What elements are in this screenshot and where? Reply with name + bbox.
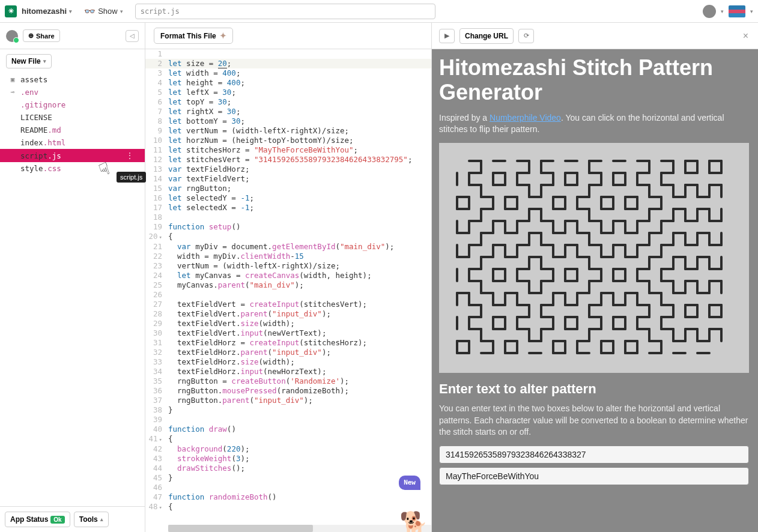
- code-line[interactable]: 7let rightX = 30;: [145, 107, 431, 116]
- code-line[interactable]: 35 rngButton = createButton('Randomize')…: [145, 376, 431, 386]
- code-line[interactable]: 40function draw(): [145, 425, 431, 434]
- preview-intro: Inspired by a Numberphile Video. You can…: [439, 112, 751, 136]
- format-file-button[interactable]: Format This File ✦: [154, 28, 233, 44]
- code-line[interactable]: 1: [145, 49, 431, 59]
- mascot-icon: 🐕: [399, 519, 428, 528]
- collapse-sidebar-button[interactable]: ◁: [126, 30, 139, 42]
- file-item[interactable]: style.css: [0, 162, 145, 175]
- vertical-pattern-input[interactable]: [439, 446, 749, 464]
- code-editor[interactable]: 12let size = 20;3let width = 400;4let he…: [145, 49, 431, 532]
- code-line[interactable]: 30 textFieldVert.input(newVertText);: [145, 328, 431, 338]
- code-line[interactable]: 22 width = myDiv.clientWidth-15: [145, 252, 431, 261]
- play-button[interactable]: ▶: [439, 29, 455, 43]
- code-line[interactable]: 34 textFieldHorz.input(newHorzText);: [145, 367, 431, 376]
- glitch-fish-icon[interactable]: [729, 5, 745, 17]
- file-item[interactable]: script.js⋮: [0, 149, 145, 162]
- code-line[interactable]: 32 textFieldHorz.parent("input_div");: [145, 348, 431, 357]
- chevron-down-icon: ▾: [69, 8, 72, 14]
- code-line[interactable]: 8let bottomY = 30;: [145, 116, 431, 126]
- globe-icon: ⊕: [28, 32, 34, 40]
- code-line[interactable]: 20▾{: [145, 232, 431, 242]
- code-line[interactable]: 11let stitchesHorz = "MayTheForceBeWithY…: [145, 145, 431, 155]
- code-line[interactable]: 10let horzNum = (height-topY-bottomY)/si…: [145, 136, 431, 145]
- code-line[interactable]: 12let stitchesVert = "314159265358979323…: [145, 155, 431, 165]
- code-line[interactable]: 45}: [145, 473, 431, 483]
- code-line[interactable]: 47function randomizeBoth(): [145, 492, 431, 502]
- code-line[interactable]: 31 textFieldHorz = createInput(stitchesH…: [145, 338, 431, 348]
- code-line[interactable]: 16let selectedY = -1;: [145, 193, 431, 203]
- code-line[interactable]: 29 textFieldVert.size(width);: [145, 319, 431, 328]
- close-preview-button[interactable]: ×: [741, 28, 751, 44]
- file-item[interactable]: index.html: [0, 136, 145, 149]
- code-line[interactable]: 27 textFieldVert = createInput(stitchesV…: [145, 300, 431, 309]
- code-line[interactable]: 9let vertNum = (width-leftX-rightX)/size…: [145, 126, 431, 136]
- code-line[interactable]: 19function setup(): [145, 222, 431, 232]
- file-icon: ▣: [8, 76, 17, 83]
- code-line[interactable]: 48▾{: [145, 502, 431, 512]
- file-list: ▣assets⊸.env.gitignoreLICENSEREADME.mdin…: [0, 73, 145, 506]
- share-button[interactable]: ⊕ Share: [23, 29, 60, 42]
- code-line[interactable]: 18: [145, 213, 431, 222]
- editor-pane: Format This File ✦ 12let size = 20;3let …: [145, 23, 432, 532]
- glasses-icon: 👓: [84, 6, 96, 17]
- code-line[interactable]: 38}: [145, 405, 431, 415]
- chevron-down-icon: ▾: [43, 58, 46, 64]
- horizontal-scrollbar[interactable]: [168, 525, 431, 532]
- file-item[interactable]: ▣assets: [0, 73, 145, 86]
- show-dropdown[interactable]: 👓 Show▾: [84, 6, 123, 17]
- chevron-down-icon: ▾: [120, 8, 123, 14]
- code-line[interactable]: 43 strokeWeight(3);: [145, 454, 431, 464]
- code-line[interactable]: 46: [145, 483, 431, 492]
- preview-subtitle: Enter text to alter pattern: [439, 381, 751, 397]
- code-line[interactable]: 33 textFieldHorz.size(width);: [145, 357, 431, 367]
- preview-title: Hitomezashi Stitch Pattern Generator: [439, 55, 751, 105]
- code-line[interactable]: 3let width = 400;: [145, 68, 431, 78]
- file-item[interactable]: README.md: [0, 124, 145, 136]
- file-item[interactable]: ⊸.env: [0, 86, 145, 98]
- code-line[interactable]: 4let height = 400;: [145, 78, 431, 88]
- change-url-button[interactable]: Change URL: [459, 28, 514, 44]
- user-avatar-small[interactable]: [6, 30, 18, 42]
- code-line[interactable]: 42 background(220);: [145, 444, 431, 454]
- file-item[interactable]: .gitignore: [0, 98, 145, 111]
- project-name-dropdown[interactable]: hitomezashi▾: [22, 7, 72, 16]
- code-line[interactable]: 21 var myDiv = document.getElementById("…: [145, 242, 431, 252]
- new-badge[interactable]: New: [399, 476, 420, 490]
- app-status-button[interactable]: App Status Ok: [5, 512, 70, 527]
- tools-button[interactable]: Tools ▴: [74, 512, 109, 527]
- code-line[interactable]: 44 drawStitches();: [145, 464, 431, 473]
- top-bar: ✳ hitomezashi▾ 👓 Show▾ ▾ ▾: [0, 0, 758, 23]
- sparkle-icon: ✦: [220, 31, 226, 40]
- chevron-down-icon[interactable]: ▾: [750, 8, 753, 14]
- sidebar: ⊕ Share ◁ New File▾ ▣assets⊸.env.gitigno…: [0, 23, 145, 532]
- file-options-icon[interactable]: ⋮: [126, 151, 136, 160]
- code-line[interactable]: 36 rngButton.mousePressed(randomizeBoth)…: [145, 386, 431, 396]
- refresh-button[interactable]: ⟳: [518, 29, 534, 43]
- code-line[interactable]: 5let leftX = 30;: [145, 88, 431, 97]
- file-item[interactable]: LICENSE: [0, 111, 145, 124]
- code-line[interactable]: 15var rngButton;: [145, 184, 431, 193]
- preview-desc: You can enter text in the two boxes belo…: [439, 403, 751, 438]
- new-file-button[interactable]: New File▾: [6, 54, 52, 68]
- code-line[interactable]: 41▾{: [145, 434, 431, 444]
- code-line[interactable]: 25 myCanvas.parent("main_div");: [145, 280, 431, 290]
- code-line[interactable]: 23 vertNum = (width-leftX-rightX)/size;: [145, 261, 431, 271]
- code-line[interactable]: 14var textFieldVert;: [145, 174, 431, 184]
- code-line[interactable]: 17let selectedX = -1;: [145, 203, 431, 213]
- horizontal-pattern-input[interactable]: [439, 467, 749, 485]
- app-preview[interactable]: Hitomezashi Stitch Pattern Generator Ins…: [432, 49, 758, 532]
- code-line[interactable]: 6let topY = 30;: [145, 97, 431, 107]
- code-line[interactable]: 37 rngButton.parent("input_div");: [145, 396, 431, 405]
- stitch-canvas[interactable]: [439, 143, 749, 373]
- user-avatar[interactable]: [703, 5, 716, 18]
- code-line[interactable]: 2let size = 20;: [145, 59, 431, 68]
- numberphile-link[interactable]: Numberphile Video: [490, 113, 561, 122]
- code-line[interactable]: 26: [145, 290, 431, 300]
- code-line[interactable]: 24 let myCanvas = createCanvas(width, he…: [145, 271, 431, 280]
- glitch-logo-icon[interactable]: ✳: [5, 5, 17, 17]
- code-line[interactable]: 28 textFieldVert.parent("input_div");: [145, 309, 431, 319]
- search-input[interactable]: [135, 4, 435, 19]
- chevron-down-icon[interactable]: ▾: [721, 8, 724, 14]
- code-line[interactable]: 39: [145, 415, 431, 425]
- code-line[interactable]: 13var textFieldHorz;: [145, 165, 431, 174]
